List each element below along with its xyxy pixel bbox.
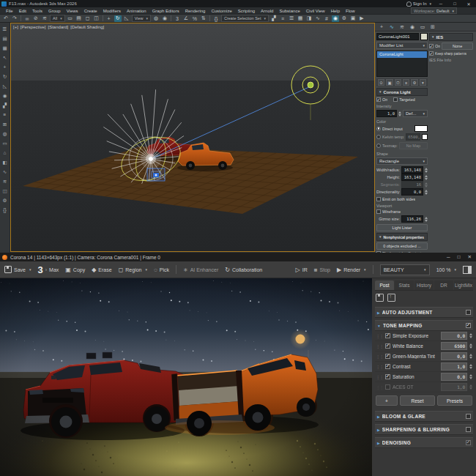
tone-checkbox[interactable]: [385, 354, 390, 359]
tone-mapping-checkbox[interactable]: [466, 323, 471, 328]
tone-value-field[interactable]: 1,0: [441, 362, 467, 371]
copy-button[interactable]: ▣Copy: [65, 267, 85, 273]
snap-toggle-icon[interactable]: 3: [174, 15, 181, 22]
tab-modify[interactable]: ∿: [388, 24, 395, 30]
texmap-radio[interactable]: [376, 144, 381, 148]
menu-tools[interactable]: Tools: [29, 9, 45, 13]
render-setup-icon[interactable]: ⚙: [341, 15, 348, 22]
tab-create[interactable]: +: [378, 24, 385, 29]
edit-named-selections-icon[interactable]: {}: [212, 15, 220, 22]
tab-motion[interactable]: ◉: [409, 24, 416, 30]
denoising-checkbox[interactable]: [466, 440, 471, 445]
ai-enhancer-button[interactable]: ∗AI Enhancer: [183, 267, 218, 273]
curve-editor-icon[interactable]: ∿: [314, 15, 321, 22]
tab-hierarchy[interactable]: ≋: [398, 24, 406, 30]
material-editor-icon[interactable]: ◉: [332, 15, 339, 22]
tone-spinner[interactable]: [469, 374, 472, 379]
helpers-icon[interactable]: ⌂: [1, 149, 9, 156]
tone-checkbox[interactable]: [385, 333, 390, 338]
layers-icon[interactable]: ▤: [1, 35, 9, 42]
direct-input-radio[interactable]: [376, 127, 381, 131]
drag-handle-icon[interactable]: ⋮⋮: [376, 374, 383, 379]
gizmo-size-field[interactable]: 116,26: [401, 215, 423, 223]
utilities-icon[interactable]: ⚙: [1, 197, 9, 204]
select-rotate-icon[interactable]: ↻: [114, 15, 122, 22]
camera-gizmo[interactable]: [147, 168, 165, 181]
rollout-nonphysical-properties[interactable]: ▼ Nonphysical properties: [376, 233, 428, 241]
menu-animation[interactable]: Animation: [124, 9, 149, 13]
rollout-ies[interactable]: ▼ IES: [429, 33, 473, 41]
unlink-selection-icon[interactable]: ⊘: [32, 15, 40, 22]
tab-post[interactable]: Post: [375, 280, 394, 290]
render-production-icon[interactable]: ▶: [358, 15, 365, 22]
param-spinner[interactable]: [425, 175, 428, 180]
mirror-tool-icon[interactable]: ▞: [1, 102, 9, 108]
tone-spinner[interactable]: [469, 343, 472, 349]
menu-modifiers[interactable]: Modifiers: [100, 9, 124, 13]
viewport-label-part-3[interactable]: [Default Shading]: [70, 25, 104, 29]
max-maximize-button[interactable]: □: [450, 1, 459, 6]
drag-handle-icon[interactable]: ⋮⋮: [376, 354, 383, 359]
menu-graph-editors[interactable]: Graph Editors: [149, 9, 182, 13]
move-tool-icon[interactable]: +: [1, 64, 9, 70]
save-config-icon[interactable]: [376, 294, 384, 302]
tab-utilities[interactable]: ⊞: [429, 24, 436, 30]
selection-set-dropdown[interactable]: Create Selection Set▾: [221, 15, 269, 22]
viewport-label-part-0[interactable]: [+]: [13, 25, 18, 29]
ies-on-checkbox[interactable]: [429, 44, 434, 48]
array-icon[interactable]: ⊞: [1, 121, 9, 127]
stop-button[interactable]: ■Stop: [314, 267, 330, 273]
param-value-field[interactable]: 163,148: [401, 174, 423, 181]
geometry-icon[interactable]: ◧: [1, 159, 9, 166]
percent-snap-icon[interactable]: %: [191, 15, 198, 22]
viewport[interactable]: [+][Perspective][Standard][Default Shadi…: [10, 23, 375, 252]
light-targeted-checkbox[interactable]: [393, 97, 398, 102]
interactive-render-button[interactable]: ▷IR: [296, 267, 308, 273]
maxscript-icon[interactable]: {}: [1, 207, 9, 213]
menu-group[interactable]: Group: [45, 9, 64, 13]
menu-civil-view[interactable]: Civil View: [303, 9, 328, 13]
section-bloom-glare[interactable]: ▶ BLOOM & GLARE: [375, 411, 473, 422]
param-spinner[interactable]: [425, 182, 428, 187]
reference-coordinate-dropdown[interactable]: View▾: [132, 15, 151, 22]
modifier-list-dropdown[interactable]: Modifier List▾: [376, 42, 428, 49]
select-by-name-icon[interactable]: ▤: [75, 15, 83, 22]
reset-button[interactable]: Reset: [400, 395, 435, 406]
param-value-field[interactable]: 16: [401, 181, 423, 188]
light-color-swatch[interactable]: [414, 125, 428, 132]
tone-checkbox[interactable]: [385, 343, 390, 349]
max-minimize-button[interactable]: ─: [436, 1, 445, 6]
param-spinner[interactable]: [425, 190, 428, 195]
ies-file-button[interactable]: None: [442, 42, 473, 50]
tab-stats[interactable]: Stats: [395, 280, 414, 290]
workspace-dropdown[interactable]: Workspace: Default ▾: [411, 7, 457, 14]
tone-spinner[interactable]: [469, 384, 472, 390]
viewport-label-part-1[interactable]: [Perspective]: [21, 25, 46, 29]
tone-value-field[interactable]: 1,0: [441, 383, 467, 391]
menu-scripting[interactable]: Scripting: [235, 9, 258, 13]
angle-snap-icon[interactable]: ∠: [182, 15, 190, 22]
intensity-value-field[interactable]: 1,0: [376, 110, 397, 117]
menu-views[interactable]: Views: [64, 9, 81, 13]
use-center-icon[interactable]: ◍: [152, 15, 160, 22]
select-place-icon[interactable]: ◉: [161, 15, 168, 22]
window-crossing-icon[interactable]: ◫: [93, 15, 100, 22]
channel-dropdown[interactable]: BEAUTY▾: [380, 264, 430, 275]
select-move-icon[interactable]: +: [105, 15, 113, 22]
menu-customize[interactable]: Customize: [208, 9, 234, 13]
menu-file[interactable]: File: [3, 9, 16, 13]
erase-button[interactable]: ◆Erase: [92, 267, 111, 273]
tab-display[interactable]: ▭: [419, 24, 426, 30]
tone-value-field[interactable]: 0,0: [441, 373, 467, 381]
intensity-spinner[interactable]: [398, 111, 401, 116]
rendered-frame-icon[interactable]: ▣: [349, 15, 357, 22]
select-link-icon[interactable]: ∞: [23, 15, 31, 22]
section-denoising[interactable]: ▶ DENOISING: [375, 437, 473, 448]
lights-icon[interactable]: ◍: [1, 130, 9, 137]
drag-handle-icon[interactable]: ⋮⋮: [376, 333, 383, 338]
snaps-icon[interactable]: ◉: [1, 92, 9, 99]
tone-spinner[interactable]: [469, 364, 472, 369]
max-close-button[interactable]: ✕: [464, 1, 473, 7]
configure-modifier-icon[interactable]: ⚙: [411, 79, 417, 86]
menu-flow[interactable]: Flow: [343, 9, 358, 13]
